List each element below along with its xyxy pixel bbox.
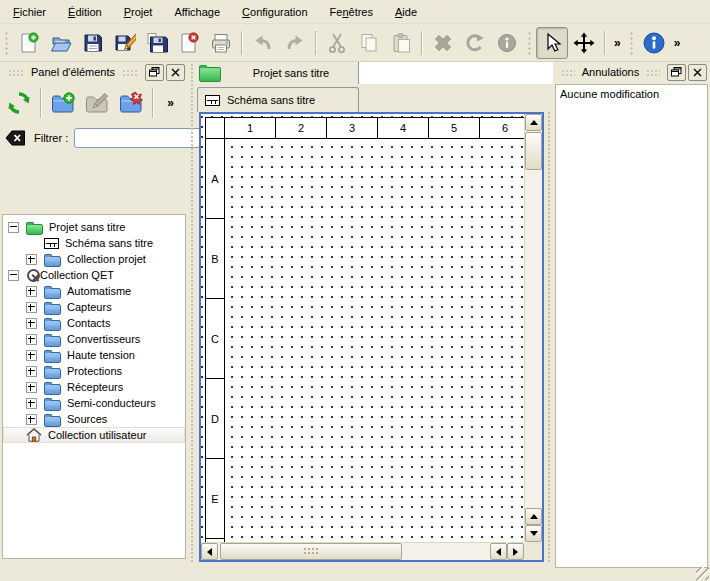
schema-viewport: 1 2 3 4 5 6 A B C D E [199, 112, 544, 562]
scroll-left-button[interactable] [201, 543, 218, 560]
menu-item-configuration[interactable]: Configuration [233, 3, 316, 21]
elements-tree[interactable]: Projet sans titre Schéma sans titre Coll… [2, 214, 186, 559]
panel-toolbar-overflow-button[interactable]: » [163, 96, 178, 110]
expand-expander-icon[interactable] [26, 286, 37, 297]
toolbar-separator [604, 31, 606, 55]
delete-category-button[interactable] [114, 86, 148, 120]
tree-item-schema-sans-titre[interactable]: Schéma sans titre [3, 235, 185, 251]
diagram-info-button[interactable] [638, 27, 670, 59]
reload-collections-button[interactable] [2, 86, 36, 120]
close-file-button[interactable] [173, 27, 205, 59]
menu-item-projet[interactable]: Projet [115, 3, 162, 21]
tree-item-collection-projet[interactable]: Collection projet [3, 251, 185, 267]
float-panel-button[interactable] [667, 64, 686, 81]
horizontal-scroll-track[interactable] [218, 543, 490, 560]
toolbar-overflow-button[interactable]: » [670, 36, 685, 50]
vertical-scroll-thumb[interactable] [525, 132, 542, 170]
blue-folder-icon [44, 368, 61, 379]
menu-item-aide[interactable]: Aide [386, 3, 426, 21]
scroll-down-button[interactable] [525, 525, 542, 542]
row-label: A [206, 139, 224, 219]
new-category-button[interactable] [46, 86, 80, 120]
expand-expander-icon[interactable] [26, 318, 37, 329]
collapse-expander-icon[interactable] [8, 270, 19, 281]
column-label: 3 [327, 118, 378, 138]
close-panel-button[interactable] [166, 64, 185, 81]
expand-expander-icon[interactable] [26, 414, 37, 425]
project-tab[interactable]: Projet sans titre [196, 62, 359, 84]
right-splitter[interactable] [546, 62, 552, 562]
expand-expander-icon[interactable] [26, 398, 37, 409]
open-button[interactable] [45, 27, 77, 59]
tree-item-haute-tension[interactable]: Haute tension [3, 347, 185, 363]
tree-item-protections[interactable]: Protections [3, 363, 185, 379]
restore-icon [149, 67, 160, 77]
schema-tabbar: Schéma sans titre [196, 84, 553, 112]
collapse-expander-icon[interactable] [8, 222, 19, 233]
project-tab-label: Projet sans titre [227, 67, 355, 79]
tree-item-automatisme[interactable]: Automatisme [3, 283, 185, 299]
tree-item-sources[interactable]: Sources [3, 411, 185, 427]
expand-expander-icon[interactable] [26, 366, 37, 377]
tree-item-collection-qet[interactable]: Collection QET [3, 267, 185, 283]
tree-item-convertisseurs[interactable]: Convertisseurs [3, 331, 185, 347]
scroll-right-button[interactable] [507, 543, 524, 560]
menu-item-edition[interactable]: Édition [59, 3, 111, 21]
save-as-button[interactable] [109, 27, 141, 59]
vertical-scrollbar[interactable] [524, 114, 542, 542]
close-panel-button[interactable] [688, 64, 707, 81]
scrollbar-corner [524, 542, 542, 560]
vertical-scroll-track[interactable] [525, 131, 542, 508]
expand-expander-icon[interactable] [26, 350, 37, 361]
expand-expander-icon[interactable] [26, 254, 37, 265]
save-as-icon [114, 32, 136, 54]
print-button[interactable] [205, 27, 237, 59]
copy-icon [358, 32, 380, 54]
menu-item-affichage[interactable]: Affichage [165, 3, 229, 21]
expand-expander-icon[interactable] [26, 302, 37, 313]
toolbar-overflow-button[interactable]: » [610, 36, 625, 50]
scroll-up-button-2[interactable] [525, 508, 542, 525]
horizontal-scrollbar[interactable] [201, 542, 524, 560]
horizontal-scroll-thumb[interactable] [220, 543, 402, 560]
project-folder-icon [199, 67, 221, 82]
home-icon [26, 428, 42, 442]
float-panel-button[interactable] [145, 64, 164, 81]
titlebar-texture [561, 69, 575, 76]
arrow-left-icon [207, 548, 212, 556]
info-gray-icon [496, 32, 518, 54]
pan-mode-button[interactable] [568, 27, 600, 59]
tree-item-capteurs[interactable]: Capteurs [3, 299, 185, 315]
select-mode-button[interactable] [536, 27, 568, 59]
menu-item-fenetres[interactable]: Fenêtres [321, 3, 382, 21]
clear-filter-button[interactable] [5, 130, 26, 146]
scroll-up-button[interactable] [525, 114, 542, 131]
elements-panel-toolbar: » [0, 82, 188, 124]
tree-item-contacts[interactable]: Contacts [3, 315, 185, 331]
new-project-button[interactable] [13, 27, 45, 59]
tree-item-projet-sans-titre[interactable]: Projet sans titre [3, 219, 185, 235]
left-splitter[interactable] [189, 62, 195, 562]
tree-item-collection-utilisateur[interactable]: Collection utilisateur [3, 427, 185, 443]
schema-tab[interactable]: Schéma sans titre [197, 87, 359, 112]
menu-item-fichier[interactable]: Fichier [4, 3, 55, 21]
toolbar-drag-handle[interactable] [526, 30, 533, 56]
save-all-button[interactable] [141, 27, 173, 59]
undo-history-list[interactable]: Aucune modification [555, 84, 708, 568]
toolbar-drag-handle[interactable] [3, 30, 10, 56]
tree-item-semi-conducteurs[interactable]: Semi-conducteurs [3, 395, 185, 411]
scroll-left-button-2[interactable] [490, 543, 507, 560]
window-resize-grip[interactable] [696, 567, 709, 580]
rotate-button [459, 27, 491, 59]
save-icon [82, 32, 104, 54]
tree-item-recepteurs[interactable]: Récepteurs [3, 379, 185, 395]
toolbar-separator [40, 88, 42, 118]
save-button[interactable] [77, 27, 109, 59]
expand-expander-icon[interactable] [26, 382, 37, 393]
column-label: 6 [480, 118, 524, 138]
undo-panel-title: Annulations [580, 66, 642, 78]
toolbar-drag-handle[interactable] [628, 30, 635, 56]
expand-expander-icon[interactable] [26, 334, 37, 345]
undo-list-item[interactable]: Aucune modification [560, 88, 703, 100]
schema-canvas[interactable]: 1 2 3 4 5 6 A B C D E [201, 114, 524, 542]
